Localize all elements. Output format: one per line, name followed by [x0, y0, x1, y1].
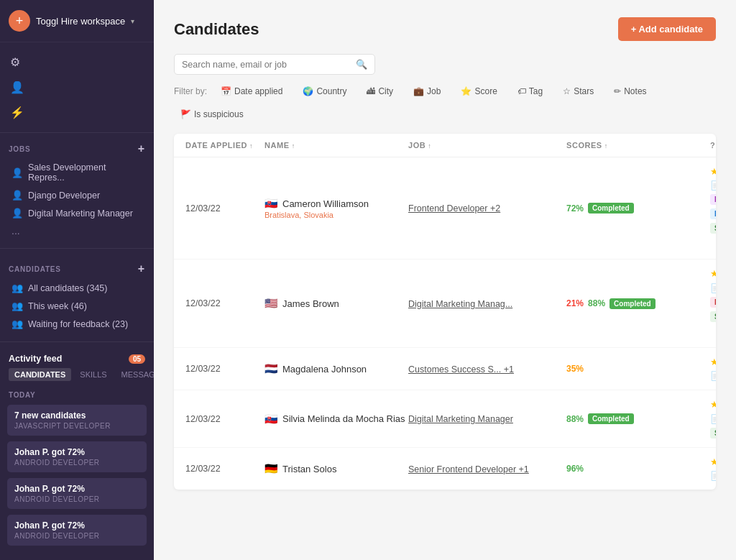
table-row[interactable]: 12/03/22 🇩🇪 Tristan Solos Senior Fronten…	[174, 448, 716, 490]
job-cell-4: Senior Frontend Developer +1	[408, 464, 566, 474]
doc-icon-3: 📄	[710, 414, 716, 424]
scores-cell-0: 72% Completed	[566, 203, 710, 214]
col-name[interactable]: NAME	[264, 141, 408, 150]
candidate-name-4: Tristan Solos	[282, 464, 336, 474]
table-row[interactable]: 12/03/22 🇳🇱 Magdalena Johnson Customes S…	[174, 348, 716, 390]
sidebar-item-all-candidates[interactable]: 👥 All candidates (345)	[9, 279, 145, 297]
add-candidate-button[interactable]: + Add candidate	[618, 17, 716, 41]
filter-stars[interactable]: ☆ Stars	[556, 83, 600, 99]
stars-0: ★★★★★	[710, 166, 716, 177]
job-cell-0: Frontend Developer +2	[408, 203, 566, 214]
doc-icon-0: 📄	[710, 180, 716, 191]
candidates-section-title: CANDIDATES +	[9, 263, 145, 275]
tag-senior-1[interactable]: SENIOR	[710, 311, 716, 322]
scores-cell-2: 35%	[566, 364, 710, 374]
workspace-name: Toggl Hire workspace	[36, 16, 125, 27]
job-icon-0: 👤	[12, 167, 23, 178]
filter-city[interactable]: 🏙 City	[360, 83, 400, 99]
add-global-button[interactable]: +	[9, 10, 30, 32]
completed-badge-3: Completed	[588, 413, 634, 424]
flag-3: 🇸🇰	[264, 413, 278, 426]
location-0: Bratislava, Slovakia	[264, 211, 408, 219]
tags-cell-4: ★★★★★ 📄	[710, 456, 716, 481]
date-cell-1: 12/03/22	[185, 298, 264, 308]
city-icon: 🏙	[367, 86, 375, 96]
filter-suspicious[interactable]: 🚩 Is suspicious	[174, 106, 250, 122]
filter-country[interactable]: 🌍 Country	[296, 83, 353, 99]
filter-score[interactable]: ⭐ Score	[454, 83, 503, 99]
workspace-dropdown-icon[interactable]: ▾	[131, 17, 134, 25]
tags-cell-2: ★★★★★ 📄	[710, 357, 716, 381]
name-cell-0: 🇸🇰 Cameron Williamson Bratislava, Slovak…	[264, 197, 408, 219]
name-cell-3: 🇸🇰 Silvia Melinda da Mocha Rias	[264, 413, 408, 426]
tag-non-eu-1[interactable]: NON EU	[710, 297, 716, 308]
tag-senior-3[interactable]: SENIOR	[710, 428, 716, 439]
name-cell-1: 🇺🇸 James Brown	[264, 297, 408, 310]
date-cell-2: 12/03/22	[185, 364, 264, 374]
date-cell-0: 12/03/22	[185, 203, 264, 214]
activity-feed-header: Activity feed 05	[0, 346, 154, 368]
main-content: Candidates + Add candidate 🔍 Filter by: …	[154, 0, 736, 560]
flag-1: 🇺🇸	[264, 297, 278, 310]
filter-job[interactable]: 💼 Job	[407, 83, 447, 99]
col-scores[interactable]: SCORES	[566, 141, 710, 150]
tag-senior-0[interactable]: SENIOR	[710, 223, 716, 234]
activity-card-3[interactable]: Johan P. got 72% ANDROID DEVELOPER	[7, 515, 147, 546]
sidebar-item-job-2[interactable]: 👤 Digital Marketing Manager	[9, 204, 145, 222]
tag-maybe-0[interactable]: MAYBE	[710, 194, 716, 205]
stars-1: ★★★★★	[710, 268, 716, 279]
activity-card-1[interactable]: Johan P. got 72% ANDROID DEVELOPER	[7, 441, 147, 472]
flag-2: 🇳🇱	[264, 362, 278, 375]
filter-bar: Filter by: 📅 Date applied 🌍 Country 🏙 Ci…	[174, 83, 716, 122]
score-pct-2: 35%	[566, 364, 584, 374]
search-icon: 🔍	[356, 59, 367, 70]
table-row[interactable]: 12/03/22 🇺🇸 James Brown Digital Marketin…	[174, 260, 716, 348]
filter-tag[interactable]: 🏷 Tag	[511, 83, 549, 99]
score-icon: ⭐	[461, 86, 472, 96]
add-job-button[interactable]: +	[138, 143, 145, 155]
suspicious-icon: 🚩	[180, 109, 191, 119]
country-icon: 🌍	[303, 86, 313, 96]
sidebar-item-job-1[interactable]: 👤 Django Developer	[9, 186, 145, 204]
col-date-applied[interactable]: DATE APPLIED	[185, 141, 264, 150]
name-cell-4: 🇩🇪 Tristan Solos	[264, 462, 408, 475]
filter-date-applied[interactable]: 📅 Date applied	[214, 83, 289, 99]
stars-4: ★★★★★	[710, 456, 716, 467]
tag-icon: 🏷	[518, 86, 526, 96]
activity-feed-title: Activity feed	[9, 354, 62, 364]
tag-eu-0[interactable]: EU	[710, 208, 716, 219]
activity-card-2[interactable]: Johan P. got 72% ANDROID DEVELOPER	[7, 478, 147, 509]
filter-notes[interactable]: ✏ Notes	[607, 83, 653, 99]
tab-messages[interactable]: MESSAGES	[116, 368, 154, 381]
add-candidate-sidebar-button[interactable]: +	[138, 263, 145, 275]
sidebar-nav-home[interactable]: ⚙	[0, 50, 154, 75]
sidebar-item-job-0[interactable]: 👤 Sales Development Repres...	[9, 159, 145, 186]
table-row[interactable]: 12/03/22 🇸🇰 Silvia Melinda da Mocha Rias…	[174, 390, 716, 448]
flag-0: 🇸🇰	[264, 197, 278, 210]
sidebar: + Toggl Hire workspace ▾ ⚙ 👤 ⚡ JOBS + 👤 …	[0, 0, 154, 560]
sidebar-nav-people[interactable]: 👤	[0, 75, 154, 100]
page-title: Candidates	[174, 20, 259, 39]
score-pct-1b: 88%	[588, 298, 605, 308]
tags-cell-1: ★★★★★ 📄 EU NON EU SENIOR ···	[710, 268, 716, 339]
waiting-icon: 👥	[12, 318, 23, 329]
stars-filter-icon: ☆	[563, 86, 571, 96]
sidebar-item-this-week[interactable]: 👥 This week (46)	[9, 297, 145, 315]
candidates-section: CANDIDATES + 👥 All candidates (345) 👥 Th…	[0, 253, 154, 337]
completed-badge-0: Completed	[588, 203, 634, 214]
table-row[interactable]: 12/03/22 🇸🇰 Cameron Williamson Bratislav…	[174, 157, 716, 260]
col-job[interactable]: JOB	[408, 141, 566, 150]
jobs-ellipsis[interactable]: ...	[9, 222, 145, 239]
search-input[interactable]	[182, 60, 351, 70]
scores-cell-1: 21% 88% Completed	[566, 298, 710, 309]
sidebar-item-waiting-feedback[interactable]: 👥 Waiting for feedback (23)	[9, 315, 145, 333]
activity-card-0[interactable]: 7 new candidates JAVASCRIPT DEVELOPER	[7, 405, 147, 436]
job-cell-3: Digital Marketing Manager	[408, 413, 566, 424]
notes-icon: ✏	[614, 86, 621, 96]
job-cell-2: Customes Success S... +1	[408, 364, 566, 375]
tab-skills[interactable]: SKILLS	[74, 368, 112, 381]
sidebar-nav-bolt[interactable]: ⚡	[0, 100, 154, 125]
activity-badge: 05	[129, 354, 145, 364]
candidate-name-2: Magdalena Johnson	[282, 364, 367, 375]
tab-candidates[interactable]: CANDIDATES	[9, 368, 71, 381]
